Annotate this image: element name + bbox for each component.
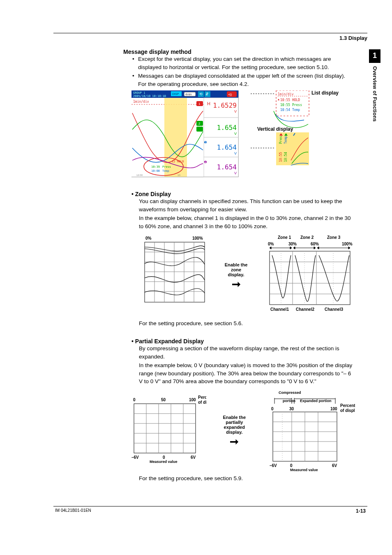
svg-text:10:55 Press: 10:55 Press	[280, 103, 302, 107]
svg-text:10:: 10:	[178, 174, 181, 176]
svg-rect-105	[134, 404, 196, 453]
svg-text:100%: 100%	[342, 242, 353, 246]
svg-text:0: 0	[271, 407, 274, 411]
svg-text:portion: portion	[283, 399, 295, 403]
zone-p2: In the example below, channel 1 is displ…	[139, 214, 355, 230]
svg-text:Measured value: Measured value	[290, 468, 318, 472]
svg-text:Expanded portion: Expanded portion	[300, 399, 332, 403]
svg-text:6V: 6V	[191, 455, 196, 460]
msg-bullet-2: Messages can be displayed consolidated a…	[131, 72, 355, 88]
svg-text:GROUP 1: GROUP 1	[133, 91, 145, 95]
figure-zone: 0% 100%	[143, 235, 355, 317]
svg-text:2: 2	[198, 122, 201, 125]
svg-text:10:54: 10:54	[284, 152, 288, 162]
svg-text:Channel2: Channel2	[296, 307, 314, 312]
zone-after: For the setting procedure, see section 5…	[139, 319, 355, 328]
heading-message-method: Message display method	[123, 49, 367, 55]
svg-text:0%: 0%	[268, 242, 274, 246]
svg-text:100: 100	[330, 407, 337, 411]
header-section: 1.3 Display	[53, 35, 367, 41]
svg-text:1: 1	[198, 102, 201, 106]
svg-text:⇵: ⇵	[205, 92, 209, 96]
svg-text:100: 100	[189, 398, 196, 402]
svg-text:Channel3: Channel3	[325, 307, 343, 312]
partial-mid-l2: expanded display.	[216, 425, 252, 435]
svg-text:Percentage: Percentage	[198, 395, 206, 400]
partial-after: For the setting procedure, see section 5…	[139, 474, 355, 483]
zone-mid-l1: Enable the	[223, 262, 249, 267]
svg-text:0%: 0%	[145, 236, 152, 240]
svg-text:30: 30	[289, 407, 294, 411]
svg-text:10:39: 10:39	[151, 165, 160, 169]
svg-text:V: V	[234, 151, 237, 155]
arrow-icon: ➞	[223, 279, 249, 289]
partial-p1: By compressing a section of the waveform…	[139, 345, 355, 361]
svg-text:–6V: –6V	[131, 455, 139, 460]
svg-text:⟲: ⟲	[199, 92, 203, 96]
svg-text:100%: 100%	[192, 236, 203, 240]
svg-text:1min/div: 1min/div	[133, 100, 149, 104]
chapter-tab: 1 Overview of Functions	[369, 49, 380, 122]
svg-text:Press: Press	[162, 165, 171, 169]
svg-text:of display span: of display span	[198, 400, 206, 405]
svg-text:Percentage: Percentage	[340, 403, 355, 408]
svg-text:Vertical display: Vertical display	[257, 126, 293, 132]
svg-text:10:55 HOLD: 10:55 HOLD	[280, 98, 300, 102]
svg-text:1min/div: 1min/div	[278, 92, 294, 96]
svg-text:H: H	[207, 101, 210, 106]
svg-text:Zone 3: Zone 3	[327, 235, 341, 240]
svg-text:DISP: DISP	[172, 92, 179, 95]
svg-text:0: 0	[163, 455, 165, 460]
partial-mid-l1: Enable the partially	[216, 415, 252, 425]
svg-text:4: 4	[205, 161, 206, 164]
svg-text:Compressed: Compressed	[279, 391, 301, 395]
svg-text:30%: 30%	[288, 242, 297, 246]
svg-text:2005/10/10 10:10:10: 2005/10/10 10:10:10	[133, 95, 166, 98]
svg-text:Temp: Temp	[284, 136, 288, 144]
svg-text:12 HOLD: 12 HOLD	[172, 160, 184, 163]
svg-text:12:00: 12:00	[136, 174, 143, 176]
msg-bullet-1: Except for the vertical display, you can…	[131, 55, 355, 71]
svg-text:V: V	[234, 132, 237, 136]
svg-text:of display span: of display span	[340, 408, 355, 413]
svg-text:Measured value: Measured value	[150, 460, 178, 464]
heading-zone-display: Zone Display	[131, 191, 355, 197]
svg-text:V: V	[234, 171, 237, 175]
svg-text:1.654: 1.654	[217, 124, 237, 132]
svg-text:–6V: –6V	[270, 463, 277, 468]
figure-message-display: GROUP 1 2005/10/10 10:10:10 DISP 4min ⟲ …	[131, 90, 355, 180]
svg-text:Channel1: Channel1	[270, 307, 289, 312]
svg-text:4min: 4min	[185, 93, 191, 96]
footer-doc-id: IM 04L21B01-01EN	[55, 508, 91, 514]
svg-text:1.654: 1.654	[217, 143, 237, 151]
chapter-number: 1	[369, 49, 380, 63]
zone-mid-l2: zone display.	[223, 267, 249, 277]
figure-partial: 0 50 100 Percentage of display span –6V …	[131, 390, 355, 472]
svg-text:1.6529: 1.6529	[213, 102, 237, 109]
svg-text:3: 3	[205, 141, 206, 144]
svg-text:0: 0	[290, 463, 293, 468]
svg-text:Temp: Temp	[162, 169, 169, 173]
svg-text:10:55: 10:55	[279, 152, 283, 162]
svg-text:10:00: 10:00	[151, 169, 160, 173]
svg-text:0: 0	[133, 398, 136, 402]
footer-page-num: 1-13	[356, 508, 366, 514]
partial-p2: In the example below, 0 V (boundary valu…	[139, 361, 355, 386]
svg-text:Zone 1: Zone 1	[278, 235, 291, 240]
zone-p1: You can display channels in specified zo…	[139, 197, 355, 213]
svg-text:50: 50	[161, 398, 166, 402]
svg-text:1.654: 1.654	[217, 163, 237, 171]
svg-text:6V: 6V	[332, 463, 337, 468]
svg-text:Zone 2: Zone 2	[300, 235, 314, 240]
svg-text:V: V	[234, 109, 237, 113]
svg-rect-36	[196, 127, 203, 132]
arrow-icon: ➞	[216, 436, 252, 447]
svg-text:60%: 60%	[311, 242, 319, 246]
svg-text:•)): •))	[228, 92, 232, 96]
svg-text:List display: List display	[311, 90, 339, 96]
svg-rect-87	[270, 251, 350, 305]
svg-text:10:54 Temp: 10:54 Temp	[280, 108, 300, 112]
heading-partial-expanded: Partial Expanded Display	[131, 338, 355, 345]
chapter-label: Overview of Functions	[372, 63, 378, 122]
